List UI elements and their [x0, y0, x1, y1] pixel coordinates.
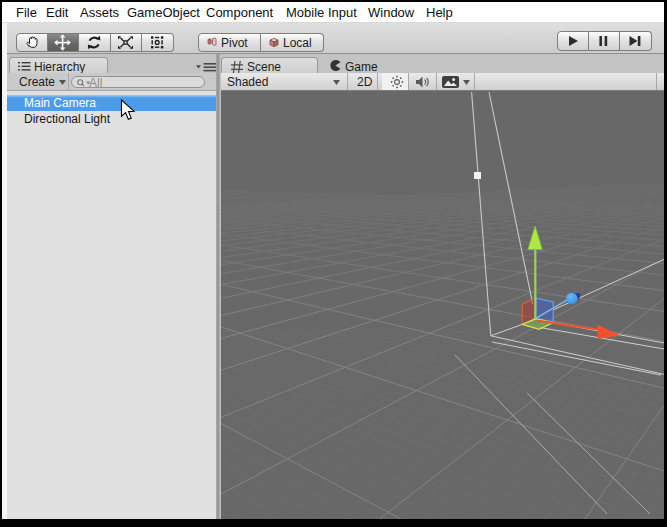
svg-text:Local: Local	[283, 36, 312, 50]
svg-text:Pivot: Pivot	[221, 36, 248, 50]
